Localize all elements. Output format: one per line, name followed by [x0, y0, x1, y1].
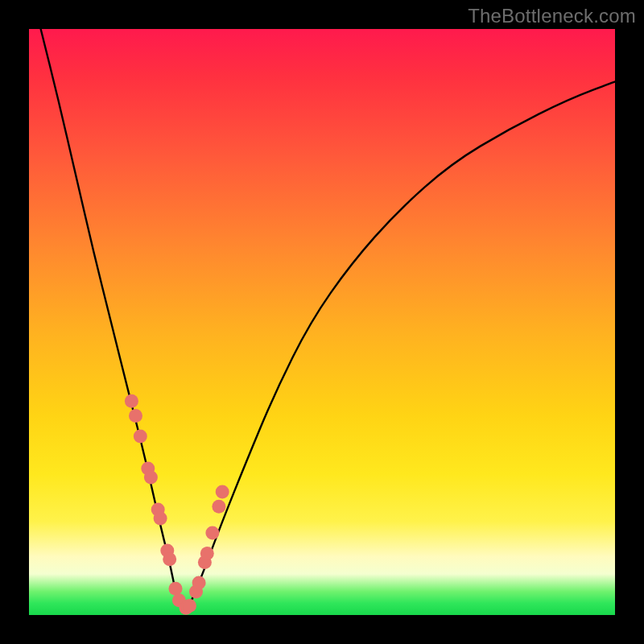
- watermark-label: TheBottleneck.com: [468, 5, 636, 27]
- data-point-marker: [163, 552, 176, 566]
- data-point-marker: [129, 409, 142, 423]
- data-point-marker: [205, 526, 219, 540]
- chart-root: TheBottleneck.com: [0, 0, 644, 644]
- data-point-marker: [134, 430, 147, 444]
- data-point-marker: [216, 485, 229, 499]
- data-point-marker: [183, 599, 196, 613]
- data-point-marker: [154, 511, 167, 525]
- data-point-marker: [144, 470, 158, 484]
- data-point-marker: [125, 394, 138, 408]
- data-point-marker: [200, 547, 214, 560]
- bottleneck-curve: [41, 29, 615, 609]
- data-point-marker: [169, 582, 183, 596]
- marker-layer: [125, 394, 229, 615]
- data-point-marker: [212, 500, 225, 514]
- data-point-marker: [192, 576, 206, 590]
- chart-overlay: [29, 29, 615, 615]
